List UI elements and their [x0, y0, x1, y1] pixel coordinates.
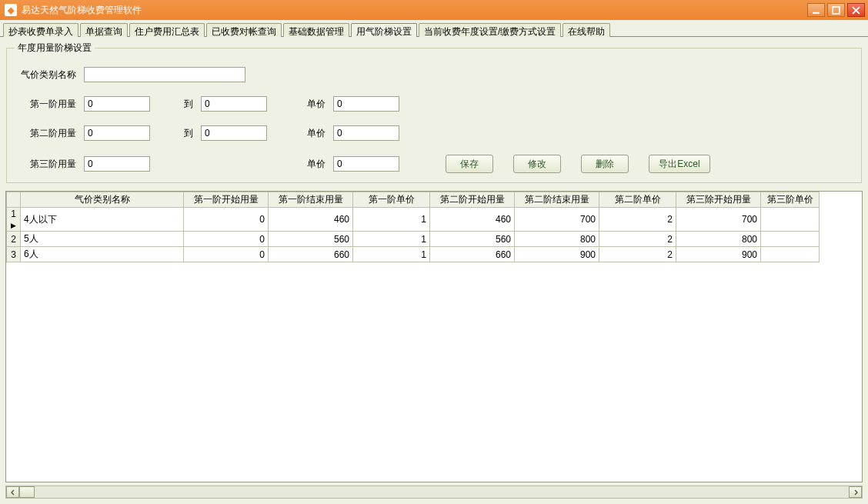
- cell[interactable]: 560: [269, 232, 353, 247]
- tier3-from-input[interactable]: [84, 156, 150, 172]
- cell[interactable]: 700: [515, 208, 599, 232]
- tab-6[interactable]: 当前收费年度设置/缴费方式设置: [419, 23, 561, 37]
- table-row[interactable]: 1▶4人以下046014607002700: [7, 208, 820, 232]
- scroll-right-button[interactable]: [849, 486, 862, 498]
- tier2-label: 第二阶用量: [18, 127, 79, 140]
- tab-0[interactable]: 抄表收费单录入: [3, 23, 78, 37]
- tier3-label: 第三阶用量: [18, 158, 79, 171]
- col-header-7[interactable]: 第三除开始用量: [676, 192, 761, 208]
- tab-5[interactable]: 用气阶梯设置: [351, 23, 417, 37]
- cell[interactable]: 1: [353, 232, 430, 247]
- col-header-4[interactable]: 第二阶开始用量: [430, 192, 515, 208]
- cell[interactable]: 900: [515, 247, 599, 262]
- tab-2[interactable]: 住户费用汇总表: [129, 23, 205, 37]
- name-input[interactable]: [84, 67, 245, 82]
- svg-rect-0: [813, 12, 820, 13]
- cell[interactable]: [761, 208, 820, 232]
- tier1-from-input[interactable]: [84, 96, 150, 112]
- row-indicator[interactable]: 1▶: [7, 208, 21, 232]
- svg-rect-1: [833, 7, 840, 14]
- cell[interactable]: 800: [515, 232, 599, 247]
- cell[interactable]: 0: [184, 232, 269, 247]
- export-excel-button[interactable]: 导出Excel: [649, 155, 710, 173]
- cell[interactable]: [761, 232, 820, 247]
- price-label-3: 单价: [290, 158, 329, 171]
- horizontal-scrollbar[interactable]: [5, 486, 863, 499]
- tier1-to-input[interactable]: [201, 96, 267, 112]
- cell[interactable]: 660: [430, 247, 515, 262]
- cell[interactable]: 900: [676, 247, 761, 262]
- cell[interactable]: 1: [353, 208, 430, 232]
- cell[interactable]: 660: [269, 247, 353, 262]
- col-header-3[interactable]: 第一阶单价: [353, 192, 430, 208]
- cell[interactable]: 2: [599, 247, 676, 262]
- edit-button[interactable]: 修改: [513, 155, 561, 173]
- price-label-1: 单价: [290, 98, 329, 111]
- app-icon: ◆: [5, 4, 17, 16]
- col-header-2[interactable]: 第一阶结束用量: [269, 192, 353, 208]
- row-header-corner: [7, 192, 21, 208]
- cell[interactable]: 2: [599, 232, 676, 247]
- cell[interactable]: 0: [184, 247, 269, 262]
- cell[interactable]: 700: [676, 208, 761, 232]
- cell[interactable]: [761, 247, 820, 262]
- tier-settings-group: 年度用量阶梯设置 气价类别名称 第一阶用量 到 单价 第二阶用量 到 单价: [6, 42, 862, 183]
- to-label-1: 到: [173, 98, 196, 111]
- titlebar: ◆ 易达天然气阶梯收费管理软件: [0, 0, 868, 20]
- data-grid[interactable]: 气价类别名称第一阶开始用量第一阶结束用量第一阶单价第二阶开始用量第二阶结束用量第…: [5, 191, 863, 482]
- col-header-5[interactable]: 第二阶结束用量: [515, 192, 599, 208]
- tier2-price-input[interactable]: [333, 125, 399, 141]
- cell[interactable]: 0: [184, 208, 269, 232]
- col-header-6[interactable]: 第二阶单价: [599, 192, 676, 208]
- cell[interactable]: 1: [353, 247, 430, 262]
- col-header-1[interactable]: 第一阶开始用量: [184, 192, 269, 208]
- tab-strip: 抄表收费单录入单据查询住户费用汇总表已收费对帐查询基础数据管理用气阶梯设置当前收…: [0, 20, 868, 37]
- tier1-price-input[interactable]: [333, 96, 399, 112]
- price-label-2: 单价: [290, 127, 329, 140]
- close-button[interactable]: [847, 3, 865, 17]
- table-row[interactable]: 36人066016609002900: [7, 247, 820, 262]
- cell[interactable]: 460: [430, 208, 515, 232]
- tier1-label: 第一阶用量: [18, 98, 79, 111]
- tab-7[interactable]: 在线帮助: [563, 23, 610, 37]
- maximize-button[interactable]: [827, 3, 845, 17]
- name-label: 气价类别名称: [18, 68, 79, 82]
- to-label-2: 到: [173, 127, 196, 140]
- cell[interactable]: 6人: [21, 247, 184, 262]
- col-header-0[interactable]: 气价类别名称: [21, 192, 184, 208]
- row-indicator[interactable]: 3: [7, 247, 21, 262]
- tier3-price-input[interactable]: [333, 156, 399, 172]
- group-legend: 年度用量阶梯设置: [15, 42, 95, 55]
- cell[interactable]: 2: [599, 208, 676, 232]
- scroll-thumb[interactable]: [19, 486, 35, 498]
- col-header-8[interactable]: 第三阶单价: [761, 192, 820, 208]
- cell[interactable]: 560: [430, 232, 515, 247]
- tier2-from-input[interactable]: [84, 125, 150, 141]
- tab-4[interactable]: 基础数据管理: [283, 23, 349, 37]
- tier2-to-input[interactable]: [201, 125, 267, 141]
- save-button[interactable]: 保存: [446, 155, 493, 173]
- minimize-button[interactable]: [807, 3, 825, 17]
- scroll-track[interactable]: [19, 486, 849, 498]
- tab-3[interactable]: 已收费对帐查询: [206, 23, 282, 37]
- delete-button[interactable]: 删除: [581, 155, 629, 173]
- cell[interactable]: 5人: [21, 232, 184, 247]
- cell[interactable]: 4人以下: [21, 208, 184, 232]
- cell[interactable]: 460: [269, 208, 353, 232]
- scroll-left-button[interactable]: [6, 486, 19, 498]
- row-indicator[interactable]: 2: [7, 232, 21, 247]
- table-row[interactable]: 25人056015608002800: [7, 232, 820, 247]
- tab-1[interactable]: 单据查询: [80, 23, 128, 37]
- window-title: 易达天然气阶梯收费管理软件: [22, 4, 142, 17]
- cell[interactable]: 800: [676, 232, 761, 247]
